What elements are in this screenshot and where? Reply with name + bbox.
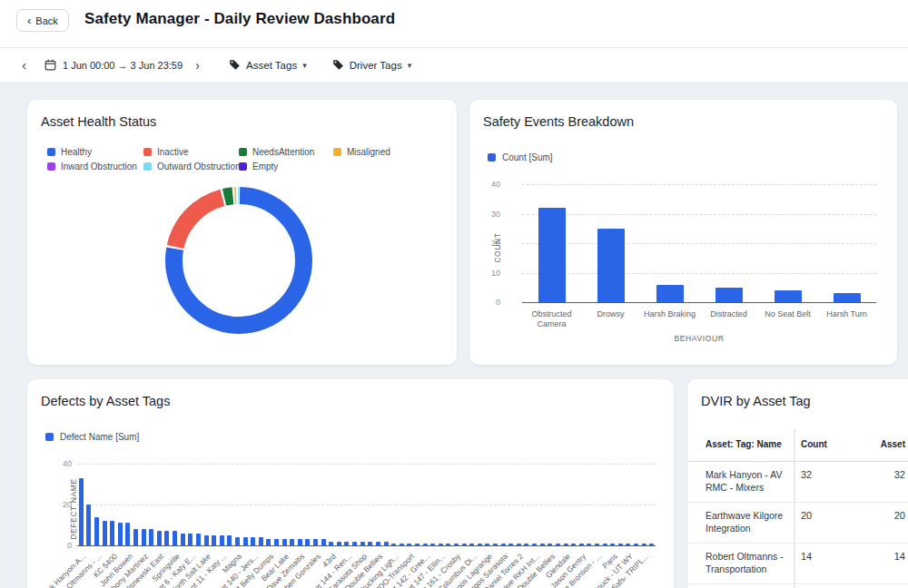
legend-item-misaligned[interactable]: Misaligned <box>333 147 390 157</box>
bar[interactable] <box>454 544 459 545</box>
bar[interactable] <box>524 544 528 545</box>
bar[interactable] <box>243 537 248 545</box>
bar[interactable] <box>181 534 185 546</box>
bar[interactable] <box>290 539 294 545</box>
bar[interactable] <box>595 544 599 545</box>
bar[interactable] <box>118 523 123 545</box>
bar[interactable] <box>212 535 216 545</box>
back-button[interactable]: ‹ Back <box>16 9 69 32</box>
bar[interactable] <box>125 523 130 545</box>
bar[interactable] <box>642 544 646 545</box>
legend-item-healthy[interactable]: Healthy <box>47 147 143 157</box>
bar[interactable] <box>305 539 310 545</box>
bar[interactable] <box>446 544 450 545</box>
column-header-name[interactable]: Asset: Tag: Name <box>706 439 782 449</box>
bar[interactable] <box>157 531 162 545</box>
legend-item-inward-obstruction[interactable]: Inward Obstruction <box>47 162 143 172</box>
bar[interactable] <box>415 544 419 545</box>
bar[interactable] <box>407 544 411 545</box>
bar[interactable] <box>439 544 443 545</box>
bar[interactable] <box>360 542 365 546</box>
bar[interactable] <box>597 229 625 302</box>
bar[interactable] <box>538 208 566 302</box>
bar[interactable] <box>430 544 435 545</box>
bar[interactable] <box>571 544 576 545</box>
table-row[interactable]: Mark Hanyon - AV RMC - Mixers3232 <box>687 462 908 503</box>
bar[interactable] <box>133 529 138 545</box>
asset-tags-filter[interactable]: Asset Tags ▾ <box>229 59 307 71</box>
bar[interactable] <box>337 542 341 546</box>
bar[interactable] <box>556 544 560 545</box>
bar[interactable] <box>649 544 654 545</box>
bar[interactable] <box>164 531 169 545</box>
driver-tags-filter[interactable]: Driver Tags ▾ <box>332 59 411 71</box>
bar[interactable] <box>79 478 84 545</box>
bar[interactable] <box>485 544 489 545</box>
column-header-asset[interactable]: Asset <box>851 439 905 449</box>
bar[interactable] <box>540 544 545 545</box>
bar[interactable] <box>587 544 591 545</box>
bar[interactable] <box>469 544 474 545</box>
x-category-label: Distracted <box>697 309 761 319</box>
bar[interactable] <box>149 529 153 545</box>
bar[interactable] <box>508 544 513 545</box>
bar[interactable] <box>259 537 263 545</box>
bar[interactable] <box>517 544 521 545</box>
bar[interactable] <box>716 288 743 302</box>
bar[interactable] <box>603 544 607 545</box>
date-range[interactable]: 1 Jun 00:00 → 3 Jun 23:59 <box>63 60 183 71</box>
bar[interactable] <box>391 544 396 545</box>
legend-item-empty[interactable]: Empty <box>239 162 333 172</box>
bar[interactable] <box>142 529 146 545</box>
bar[interactable] <box>376 542 380 546</box>
legend-item-outward-obstruction[interactable]: Outward Obstruction <box>143 162 239 172</box>
bar[interactable] <box>94 517 99 546</box>
bar[interactable] <box>344 542 349 546</box>
bar[interactable] <box>103 521 107 545</box>
bar[interactable] <box>266 539 271 545</box>
bar[interactable] <box>188 534 192 546</box>
bar[interactable] <box>282 539 287 545</box>
bar[interactable] <box>579 544 584 545</box>
legend-item-inactive[interactable]: Inactive <box>143 147 239 157</box>
table-row[interactable]: Earthwave Kilgore Integration2020 <box>687 503 908 544</box>
bar[interactable] <box>235 537 240 545</box>
bar[interactable] <box>274 539 279 545</box>
bar[interactable] <box>321 539 326 545</box>
bar[interactable] <box>493 544 498 545</box>
bar[interactable] <box>173 531 177 545</box>
bar[interactable] <box>384 542 389 546</box>
column-header-count[interactable]: Count <box>801 439 827 449</box>
date-next-button[interactable]: › <box>192 58 203 72</box>
bar[interactable] <box>313 539 318 545</box>
bar[interactable] <box>86 505 91 545</box>
bar[interactable] <box>634 544 638 545</box>
bar[interactable] <box>400 544 404 545</box>
bar[interactable] <box>110 521 114 545</box>
bar[interactable] <box>656 285 684 303</box>
table-row[interactable]: Robert Oltmanns - Transportation1414 <box>687 544 908 584</box>
legend-item-needsattention[interactable]: NeedsAttention <box>239 147 333 157</box>
bar[interactable] <box>834 293 861 302</box>
bar[interactable] <box>462 544 467 545</box>
bar[interactable] <box>610 544 615 545</box>
bar[interactable] <box>423 544 428 545</box>
bar[interactable] <box>227 535 232 545</box>
bar[interactable] <box>564 544 568 545</box>
bar[interactable] <box>548 544 552 545</box>
date-prev-button[interactable]: ‹ <box>18 58 30 72</box>
bar[interactable] <box>775 290 802 302</box>
bar[interactable] <box>368 542 372 546</box>
bar[interactable] <box>352 542 357 546</box>
bar[interactable] <box>626 544 630 545</box>
bar[interactable] <box>501 544 506 545</box>
bar[interactable] <box>204 535 209 545</box>
bar[interactable] <box>196 534 201 546</box>
bar[interactable] <box>618 544 623 545</box>
bar[interactable] <box>220 535 224 545</box>
bar[interactable] <box>329 542 333 546</box>
bar[interactable] <box>251 537 255 545</box>
bar[interactable] <box>298 539 302 545</box>
bar[interactable] <box>478 544 482 545</box>
bar[interactable] <box>532 544 537 545</box>
